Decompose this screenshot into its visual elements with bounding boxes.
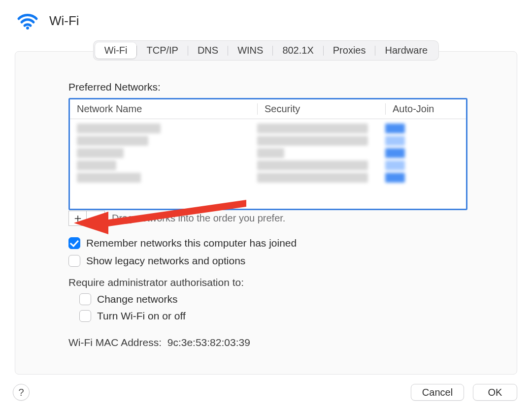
table-row[interactable] (77, 159, 459, 171)
tab-wifi[interactable]: Wi-Fi (95, 42, 137, 59)
preferred-networks-label: Preferred Networks: (68, 81, 467, 93)
tab-proxies[interactable]: Proxies (324, 42, 375, 59)
wifi-icon (17, 10, 38, 32)
tab-wins[interactable]: WINS (228, 42, 272, 59)
remember-networks-checkbox[interactable] (68, 237, 80, 249)
ok-button[interactable]: OK (473, 384, 517, 401)
column-auto-join[interactable]: Auto-Join (385, 103, 466, 115)
table-row[interactable] (77, 122, 459, 134)
wifi-toggle-checkbox[interactable] (79, 310, 91, 322)
show-legacy-checkbox[interactable] (68, 255, 80, 267)
column-security[interactable]: Security (257, 103, 385, 115)
table-row[interactable] (77, 171, 459, 184)
page-title: Wi-Fi (49, 13, 79, 29)
show-legacy-label: Show legacy networks and options (86, 255, 245, 267)
tab-tcpip[interactable]: TCP/IP (137, 42, 187, 59)
tab-dns[interactable]: DNS (188, 42, 228, 59)
help-button[interactable]: ? (13, 384, 30, 401)
change-networks-label: Change networks (97, 293, 177, 305)
wifi-toggle-label: Turn Wi-Fi on or off (97, 310, 186, 322)
admin-auth-label: Require administrator authorisation to: (68, 277, 467, 288)
drag-hint: Drag networks into the order you prefer. (112, 213, 285, 224)
remove-network-button[interactable]: − (87, 211, 105, 226)
remember-networks-label: Remember networks this computer has join… (86, 237, 297, 249)
svg-point-0 (26, 27, 29, 30)
table-row[interactable] (77, 147, 459, 159)
mac-address-label: Wi-Fi MAC Address: (68, 337, 162, 348)
tab-hardware[interactable]: Hardware (375, 42, 437, 59)
plus-icon: ＋ (72, 212, 84, 224)
tab-8021x[interactable]: 802.1X (273, 42, 323, 59)
mac-address-value: 9c:3e:53:82:03:39 (167, 337, 250, 348)
column-network-name[interactable]: Network Name (70, 103, 257, 115)
add-network-button[interactable]: ＋ (68, 211, 87, 226)
tab-bar: Wi-Fi TCP/IP DNS WINS 802.1X Proxies Har… (93, 40, 439, 61)
preferred-networks-table[interactable]: Network Name Security Auto-Join (68, 98, 467, 210)
change-networks-checkbox[interactable] (79, 293, 91, 305)
table-row[interactable] (77, 134, 459, 147)
cancel-button[interactable]: Cancel (411, 384, 464, 401)
